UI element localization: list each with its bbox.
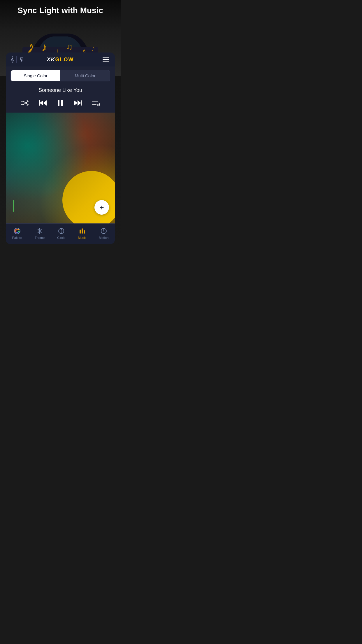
playlist-button[interactable] bbox=[91, 99, 101, 107]
svg-point-50 bbox=[61, 229, 62, 230]
player-controls bbox=[6, 96, 115, 113]
add-button[interactable]: + bbox=[94, 200, 109, 215]
theme-label: Theme bbox=[35, 236, 45, 239]
svg-marker-34 bbox=[78, 100, 81, 106]
nav-item-theme[interactable]: Theme bbox=[31, 226, 48, 241]
app-card: 𝄞 🎙 XKGLOW Single Col bbox=[6, 52, 115, 244]
svg-point-47 bbox=[14, 230, 16, 232]
volume-indicator bbox=[13, 200, 14, 212]
svg-rect-32 bbox=[61, 100, 63, 106]
color-canvas: + bbox=[6, 113, 115, 223]
nav-item-circle[interactable]: Circle bbox=[54, 226, 69, 241]
volume-bar bbox=[13, 200, 14, 212]
svg-rect-53 bbox=[84, 230, 85, 234]
svg-text:♫: ♫ bbox=[66, 42, 73, 51]
svg-rect-30 bbox=[39, 100, 40, 106]
theme-icon bbox=[36, 227, 43, 235]
svg-point-44 bbox=[18, 231, 20, 232]
svg-point-42 bbox=[15, 229, 17, 231]
nav-item-motion[interactable]: Motion bbox=[95, 226, 112, 241]
color-mode-tabs: Single Color Multi Color bbox=[10, 70, 110, 81]
nav-item-palette[interactable]: Palette bbox=[9, 226, 26, 241]
multi-color-tab[interactable]: Multi Color bbox=[60, 70, 110, 81]
menu-button[interactable] bbox=[101, 56, 110, 63]
music-label: Music bbox=[78, 236, 87, 239]
svg-rect-35 bbox=[81, 100, 82, 106]
nav-item-music[interactable]: Music bbox=[75, 226, 90, 241]
svg-point-39 bbox=[98, 104, 99, 106]
svg-rect-51 bbox=[80, 230, 81, 234]
rewind-button[interactable] bbox=[38, 99, 48, 107]
menu-line-3 bbox=[103, 61, 109, 62]
bottom-navigation: Palette Theme Circle bbox=[6, 223, 115, 244]
forward-button[interactable] bbox=[73, 99, 83, 107]
music-clef-icon[interactable]: 𝄞 bbox=[10, 56, 14, 63]
hero-title: Sync Light with Music bbox=[17, 0, 103, 15]
song-title: Someone Like You bbox=[6, 85, 115, 96]
logo-glow: GLOW bbox=[55, 57, 74, 62]
app-logo: XKGLOW bbox=[47, 57, 74, 63]
shuffle-button[interactable] bbox=[20, 99, 30, 107]
mic-icon[interactable]: 🎙 bbox=[19, 56, 25, 63]
palette-icon bbox=[13, 227, 21, 235]
svg-point-48 bbox=[39, 230, 41, 232]
music-icon bbox=[78, 227, 86, 235]
menu-line-1 bbox=[103, 57, 109, 58]
palette-label: Palette bbox=[12, 236, 22, 239]
svg-rect-31 bbox=[58, 100, 59, 106]
header-divider bbox=[16, 56, 17, 63]
svg-point-45 bbox=[17, 232, 18, 234]
card-header: 𝄞 🎙 XKGLOW bbox=[6, 52, 115, 66]
svg-marker-33 bbox=[74, 100, 78, 106]
svg-marker-28 bbox=[43, 100, 47, 106]
svg-point-55 bbox=[103, 231, 104, 232]
svg-rect-52 bbox=[82, 228, 83, 234]
svg-point-46 bbox=[15, 232, 17, 233]
svg-text:♪: ♪ bbox=[91, 44, 95, 53]
svg-point-43 bbox=[17, 229, 19, 230]
motion-icon bbox=[100, 227, 108, 235]
app-card-wrapper: 𝄞 🎙 XKGLOW Single Col bbox=[0, 52, 121, 244]
menu-line-2 bbox=[103, 59, 109, 60]
motion-label: Motion bbox=[99, 236, 108, 239]
svg-marker-29 bbox=[40, 100, 43, 106]
circle-label: Circle bbox=[57, 236, 65, 239]
pause-button[interactable] bbox=[56, 98, 65, 108]
circle-icon bbox=[57, 227, 65, 235]
logo-xk: XK bbox=[47, 57, 55, 62]
svg-text:♪: ♪ bbox=[41, 41, 47, 53]
hamburger-icon bbox=[103, 57, 109, 62]
single-color-tab[interactable]: Single Color bbox=[11, 70, 60, 81]
header-left: 𝄞 🎙 bbox=[10, 56, 25, 63]
